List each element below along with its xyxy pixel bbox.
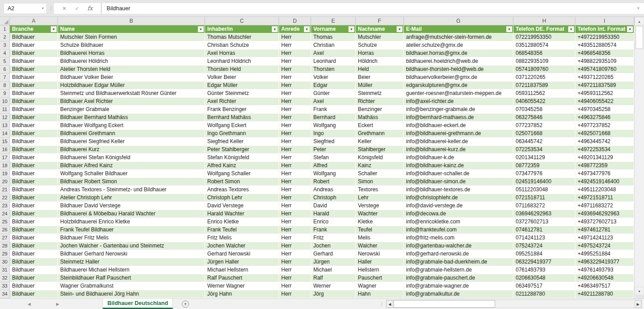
scroll-left-icon[interactable]: ◀ (386, 300, 393, 308)
cell[interactable]: Steinmetz (356, 90, 404, 98)
cell[interactable]: +4973477976 (575, 170, 634, 178)
formula-expand-icon[interactable]: ˅ (637, 6, 640, 11)
cell[interactable]: Steinmetz Haller (58, 258, 205, 266)
cell[interactable]: Bildhauer (10, 41, 58, 49)
row-header-8[interactable]: 8 (0, 82, 10, 90)
cell[interactable]: Herr (279, 66, 311, 74)
cell[interactable]: 0721518711 (513, 194, 575, 202)
cell[interactable]: Horras (356, 49, 404, 58)
column-header-e[interactable]: E (311, 17, 356, 25)
cell[interactable]: Beier (356, 74, 404, 82)
cell[interactable]: Harald Wachter (205, 210, 279, 218)
cell[interactable]: Michael (311, 266, 356, 274)
cell[interactable]: Edgar (311, 82, 356, 90)
cell[interactable]: Jochen (311, 242, 356, 250)
cell[interactable]: Herr (279, 138, 311, 146)
cell[interactable]: Bildhauer (10, 82, 58, 90)
cell[interactable]: +49201341129 (575, 154, 634, 162)
cell[interactable]: Wolfgang (311, 170, 356, 178)
filter-dropdown-icon[interactable]: ▼ (304, 26, 310, 32)
cell[interactable]: Herr (279, 290, 311, 298)
cell[interactable]: Bildhauer (10, 194, 58, 202)
cell[interactable]: Atelier Christoph Lehr (58, 194, 205, 202)
row-header-2[interactable]: 2 (0, 33, 10, 41)
cell[interactable]: Bildhauerei Stefan Königsfeld (58, 154, 205, 162)
cell[interactable]: Herr (279, 58, 311, 66)
filter-dropdown-icon[interactable]: ▼ (627, 26, 633, 32)
cell[interactable]: +495112203048 (575, 186, 634, 194)
filter-dropdown-icon[interactable]: ▼ (568, 26, 574, 32)
cell[interactable]: Herr (279, 258, 311, 266)
cell[interactable]: +4936946292963 (575, 210, 634, 218)
horizontal-scrollbar[interactable]: ◀ ▶ (386, 300, 642, 308)
cell[interactable]: Held (356, 66, 404, 74)
cell[interactable]: 08772359 (513, 162, 575, 170)
cell[interactable]: +49711683272 (575, 202, 634, 210)
cell[interactable]: +4974612781 (575, 226, 634, 234)
cell[interactable]: Teufel (356, 226, 404, 234)
cell[interactable]: +495741809760 (575, 66, 634, 74)
cell[interactable]: Werner (311, 282, 356, 290)
cell[interactable]: Bildhauerei Siegfried Keller (58, 138, 205, 146)
cell[interactable]: +4963445742 (575, 138, 634, 146)
cell[interactable]: Schulze Bildhauer (58, 41, 205, 49)
cell[interactable]: info@bildhauer-textores.de (404, 186, 513, 194)
cell[interactable]: Herr (279, 146, 311, 154)
cell[interactable]: Gerhard (311, 250, 356, 258)
cell[interactable]: Herr (279, 242, 311, 250)
cell[interactable]: atelier.schulze@gmx.de (404, 41, 513, 49)
cell[interactable]: Atelier Thorsten Held (58, 66, 205, 74)
row-header-29[interactable]: 29 (0, 250, 10, 258)
cell[interactable]: Bildhauer (10, 154, 58, 162)
cell[interactable]: 03727602713 (513, 218, 575, 226)
cell[interactable]: Königsfeld (356, 154, 404, 162)
row-header-1[interactable]: 1 (0, 25, 10, 33)
cell[interactable]: Grethmann (356, 130, 404, 138)
horizontal-scrollbar-thumb[interactable] (394, 300, 495, 308)
cell[interactable]: +49211288780 (575, 290, 634, 298)
cell[interactable]: Simon (356, 178, 404, 186)
cell[interactable]: Enrico Kletke (205, 218, 279, 226)
cell[interactable]: Axel (311, 98, 356, 106)
cell[interactable]: Wagner (356, 282, 404, 290)
cell[interactable]: 072219953350 (513, 33, 575, 41)
cell[interactable]: Stein- und Bildhauerei Jörg Hahn (58, 290, 205, 298)
filter-dropdown-icon[interactable]: ▼ (349, 26, 354, 32)
column-header-a[interactable]: A (10, 17, 58, 25)
cell[interactable]: Siegfried Keller (205, 138, 279, 146)
cell[interactable]: Herr (279, 49, 311, 58)
row-header-5[interactable]: 5 (0, 58, 10, 66)
cell[interactable]: Christian Schulze (205, 41, 279, 49)
cell[interactable]: Herr (279, 234, 311, 242)
cell[interactable]: info@fritz-melis.com (404, 234, 513, 242)
cell[interactable]: Herr (279, 266, 311, 274)
table-header-cell[interactable]: Branche▼ (10, 25, 58, 33)
column-header-h[interactable]: H (513, 17, 575, 25)
enter-icon[interactable]: ✓ (75, 5, 79, 12)
cell[interactable]: Walcher (356, 242, 404, 250)
row-header-3[interactable]: 3 (0, 41, 10, 49)
cell[interactable]: +49721518711 (575, 194, 634, 202)
cell[interactable]: +49206630548 (575, 274, 634, 282)
cell[interactable]: Frank (311, 106, 356, 114)
cancel-icon[interactable]: ✕ (62, 5, 67, 12)
cell[interactable]: Höldrich (356, 58, 404, 66)
cell[interactable]: info@bildhauerei-grethmann.de (404, 130, 513, 138)
cell[interactable]: Bildhauer (10, 282, 58, 290)
cell[interactable]: 07211837589 (513, 82, 575, 90)
cell[interactable]: Stefan (311, 154, 356, 162)
cell[interactable]: anfrage@mutschler-stein-formen.de (404, 33, 513, 41)
cell[interactable]: Herr (279, 162, 311, 170)
cell[interactable]: Herr (279, 114, 311, 122)
row-header-17[interactable]: 17 (0, 154, 10, 162)
filter-dropdown-icon[interactable]: ▼ (272, 26, 278, 32)
filter-dropdown-icon[interactable]: ▼ (198, 26, 204, 32)
cell[interactable]: Frank Teufel (205, 226, 279, 234)
table-header-cell[interactable]: Anrede▼ (279, 25, 311, 33)
cell[interactable]: Wolfgang Schaller Bildhauer (58, 170, 205, 178)
cell[interactable]: Wolfgang Schaller (205, 170, 279, 178)
tabbar-resize-handle-icon[interactable]: ⁞ (381, 299, 382, 309)
cell[interactable]: Herr (279, 98, 311, 106)
cell[interactable]: Hellstern (356, 266, 404, 274)
row-header-14[interactable]: 14 (0, 130, 10, 138)
